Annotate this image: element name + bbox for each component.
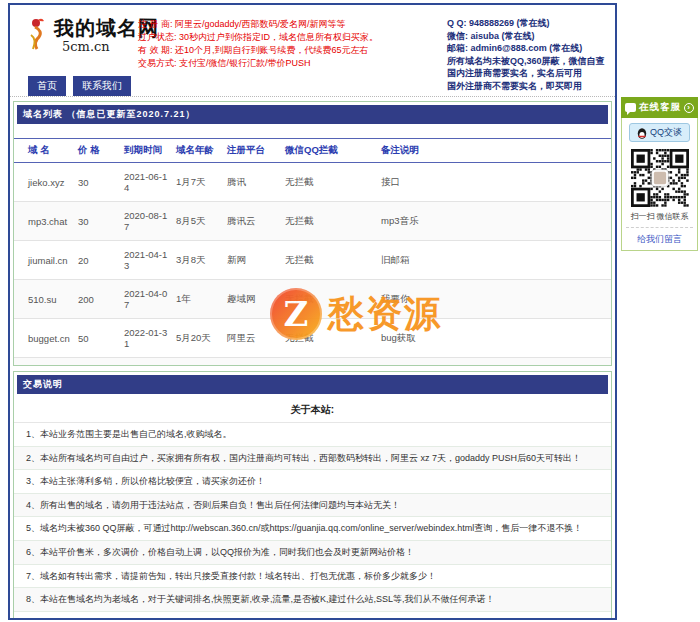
cell-age: 1月7天 [174,163,225,202]
cell-block: 无拦截 [283,358,379,367]
col-expiry: 到期时间 [122,139,174,163]
note-validity: 有 效 期: 还10个月,到期自行到账号续费，代续费65元左右 [138,44,398,57]
collapse-icon[interactable]: › [684,103,694,113]
cell-domain: jieko.xyz [14,163,76,202]
cell-platform: 腾讯云 [225,202,283,241]
col-block: 微信QQ拦截 [283,139,379,163]
cell-domain: 510.su [14,280,76,319]
cell-platform: 阿里云 [225,319,283,358]
cell-expiry: 2021-04-07 [122,280,174,319]
cell-expiry: 2022-01-31 [122,319,174,358]
contact-note-1: 所有域名均未被QQ,360屏蔽，微信自查 [447,55,617,68]
cell-price: 20 [76,241,122,280]
trade-items: 1、本站业务范围主要是出售自己的域名,收购域名。 2、本站所有域名均可自由过户，… [14,423,611,620]
cell-remark: 我要你 [379,280,611,319]
cell-remark: 尊品味 [379,358,611,367]
col-remark: 备注说明 [379,139,611,163]
trade-item: 9、买家选好域名，本站有报过价，但在过户中，发现域名已经出售，作为补偿，买家可重… [14,612,611,620]
rooster-logo-icon [28,17,50,53]
scan-hint: 扫一扫 微信联系 [626,211,693,222]
site-header: 我的域名网 5cm.cn 注 册 商: 阿里云/godaddy/西部数码/爱名网… [10,5,615,97]
col-age: 域名年龄 [174,139,225,163]
domain-table: 域 名 价 格 到期时间 域名年龄 注册平台 微信QQ拦截 备注说明 jieko… [14,138,611,366]
table-row: zunpw.com 50 2020-10-08 9月13天 阿里云 无拦截 尊品… [14,358,611,367]
contact-note-2: 国内注册商需要实名，实名后可用 [447,67,617,80]
trade-panel: 交易说明 关于本站: 1、本站业务范围主要是出售自己的域名,收购域名。 2、本站… [13,371,612,620]
trade-item: 7、域名如有转出需求，请提前告知，转出只接受直接付款！域名转出、打包无优惠，标价… [14,565,611,589]
cell-age: 5月20天 [174,319,225,358]
table-row: bugget.cn 50 2022-01-31 5月20天 阿里云 无拦截 bu… [14,319,611,358]
cell-age: 1年 [174,280,225,319]
table-row: jiumail.cn 20 2021-04-13 3月8天 新网 无拦截 旧邮箱 [14,241,611,280]
trade-item: 2、本站所有域名均可自由过户，买家拥有所有权，国内注册商均可转出，西部数码秒转出… [14,447,611,471]
about-heading: 关于本站: [14,397,611,423]
domain-list-panel: 域名列表 （信息已更新至2020.7.21） 域 名 价 格 到期时间 域名年龄… [13,101,612,366]
note-transfer: 过户状态: 30秒内过户到你指定ID，域名信息所有权归买家。 [138,31,398,44]
cell-block: 无拦截 [283,280,379,319]
cell-platform: 新网 [225,241,283,280]
trade-title: 交易说明 [17,375,608,394]
cell-expiry: 2021-06-14 [122,163,174,202]
cell-domain: zunpw.com [14,358,76,367]
wechat-qr-code [631,149,689,207]
table-row: jieko.xyz 30 2021-06-14 1月7天 腾讯 无拦截 接口 [14,163,611,202]
nav-contact-button[interactable]: 联系我们 [73,76,131,96]
cell-price: 50 [76,319,122,358]
chat-bubble-icon [625,103,636,112]
cell-price: 200 [76,280,122,319]
trade-item: 4、所有出售的域名，请勿用于违法站点，否则后果自负！售出后任何法律问题均与本站无… [14,494,611,518]
cell-platform: 腾讯 [225,163,283,202]
table-header-row: 域 名 价 格 到期时间 域名年龄 注册平台 微信QQ拦截 备注说明 [14,139,611,163]
customer-service-panel: 在线客服 › QQ交谈 [621,97,698,251]
header-contact: Q Q: 948888269 (常在线) 微信: aisuba (常在线) 邮箱… [447,17,617,92]
cell-platform: 阿里云 [225,358,283,367]
cell-block: 无拦截 [283,319,379,358]
contact-note-3: 国外注册商不需要实名，即买即用 [447,80,617,93]
cell-expiry: 2020-08-17 [122,202,174,241]
cell-domain: jiumail.cn [14,241,76,280]
cell-domain: bugget.cn [14,319,76,358]
trade-item: 6、本站平价售米，多次调价，价格自动上调，以QQ报价为准，同时我们也会及时更新网… [14,541,611,565]
trade-item: 1、本站业务范围主要是出售自己的域名,收购域名。 [14,423,611,447]
col-domain: 域 名 [14,139,76,163]
table-gap [14,127,611,138]
contact-wechat: 微信: aisuba (常在线) [447,30,617,43]
cell-expiry: 2021-04-13 [122,241,174,280]
cell-domain: mp3.chat [14,202,76,241]
trade-item: 5、域名均未被360 QQ屏蔽，可通过http://webscan.360.cn… [14,517,611,541]
cell-remark: mp3音乐 [379,202,611,241]
cell-block: 无拦截 [283,163,379,202]
header-notes: 注 册 商: 阿里云/godaddy/西部数码/爱名网/新网等等 过户状态: 3… [138,18,398,70]
col-price: 价 格 [76,139,122,163]
cell-price: 30 [76,202,122,241]
contact-email: 邮箱: admin6@888.com (常在线) [447,42,617,55]
cell-remark: bug获取 [379,319,611,358]
trade-item: 8、本站在售域名均为老域名，对于关键词排名,快照更新,收录,流量,是否被K,建过… [14,588,611,612]
cell-price: 30 [76,163,122,202]
cell-price: 50 [76,358,122,367]
page-container: 我的域名网 5cm.cn 注 册 商: 阿里云/godaddy/西部数码/爱名网… [8,3,617,620]
trade-item: 3、本站主张薄利多销，所以价格比较便宜，请买家勿还价！ [14,470,611,494]
cell-age: 3月8天 [174,241,225,280]
qq-penguin-icon [637,127,647,139]
note-registrar: 注 册 商: 阿里云/godaddy/西部数码/爱名网/新网等等 [138,18,398,31]
contact-qq: Q Q: 948888269 (常在线) [447,17,617,30]
cell-age: 9月13天 [174,358,225,367]
customer-service-header: 在线客服 › [621,97,698,118]
cell-block: 无拦截 [283,241,379,280]
cell-remark: 旧邮箱 [379,241,611,280]
customer-service-title: 在线客服 [639,101,681,114]
nav-home-button[interactable]: 首页 [28,76,66,96]
table-row: 510.su 200 2021-04-07 1年 趣域网 无拦截 我要你 [14,280,611,319]
main-nav: 首页 联系我们 [28,76,131,96]
cell-age: 8月5天 [174,202,225,241]
cell-block: 无拦截 [283,202,379,241]
customer-service-body: QQ交谈 [621,118,698,251]
leave-message-link[interactable]: 给我们留言 [626,227,693,246]
cell-remark: 接口 [379,163,611,202]
col-platform: 注册平台 [225,139,283,163]
table-row: mp3.chat 30 2020-08-17 8月5天 腾讯云 无拦截 mp3音… [14,202,611,241]
cell-platform: 趣域网 [225,280,283,319]
cell-expiry: 2020-10-08 [122,358,174,367]
qq-chat-button[interactable]: QQ交谈 [629,123,690,142]
